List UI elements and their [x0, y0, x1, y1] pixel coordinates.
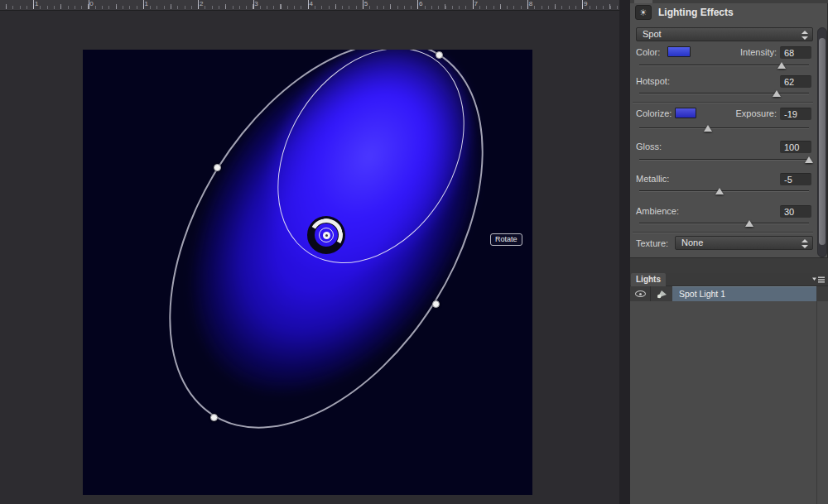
- panel-header: ☀ Lighting Effects: [630, 3, 828, 24]
- ambience-slider[interactable]: [639, 219, 809, 228]
- hotspot-slider-track: [639, 93, 809, 94]
- intensity-value-field[interactable]: 68: [780, 46, 811, 59]
- ruler-label: 8: [529, 0, 532, 7]
- eye-icon: [635, 290, 646, 297]
- light-handle[interactable]: [214, 164, 221, 171]
- ruler-label: 7: [474, 0, 477, 7]
- metallic-label: Metallic:: [636, 174, 669, 184]
- light-type-select[interactable]: Spot: [636, 27, 813, 41]
- exposure-value-field[interactable]: -19: [780, 108, 811, 120]
- visibility-toggle[interactable]: [630, 286, 651, 301]
- select-arrows-icon: [802, 31, 808, 40]
- metallic-slider-thumb[interactable]: [715, 188, 724, 194]
- texture-select[interactable]: None: [675, 236, 813, 250]
- intensity-slider-thumb[interactable]: [777, 62, 786, 69]
- texture-value: None: [681, 238, 703, 247]
- ruler-label: 2: [200, 0, 203, 7]
- rotate-tooltip-label: Rotate: [495, 235, 518, 243]
- panel-separator: [630, 257, 828, 273]
- ruler-label: 1: [35, 0, 38, 7]
- gloss-value-field[interactable]: 100: [780, 141, 811, 153]
- colorize-exposure-row: Colorize: Exposure: -19: [630, 108, 828, 121]
- spot-light-icon: [657, 289, 668, 299]
- rotate-tooltip: Rotate: [490, 233, 522, 246]
- light-handle[interactable]: [210, 414, 218, 421]
- ruler-label: 4: [310, 0, 313, 7]
- exposure-slider[interactable]: [639, 124, 809, 132]
- section-divider: [633, 102, 813, 103]
- ruler-label: 6: [419, 0, 422, 7]
- light-type-cell: [652, 286, 672, 301]
- ambience-label: Ambience:: [636, 206, 679, 216]
- colorize-swatch[interactable]: [675, 108, 696, 118]
- colorize-label: Colorize:: [636, 108, 672, 118]
- color-label: Color:: [636, 47, 660, 57]
- intensity-slider[interactable]: [639, 61, 809, 70]
- ambience-value-field[interactable]: 30: [780, 205, 811, 218]
- panel-scrollbar-thumb[interactable]: [819, 38, 826, 245]
- panel-scrollbar[interactable]: [817, 27, 827, 257]
- ruler-label: 0: [89, 0, 93, 7]
- light-list-item[interactable]: Spot Light 1: [630, 286, 828, 301]
- hotspot-value-field[interactable]: 62: [780, 75, 811, 88]
- intensity-label: Intensity:: [740, 47, 777, 57]
- texture-label: Texture:: [636, 238, 668, 248]
- section-divider: [633, 232, 813, 233]
- ambience-row: Ambience: 30: [630, 206, 828, 218]
- document-area: 10123456789 Rotate: [0, 0, 619, 504]
- exposure-slider-thumb[interactable]: [704, 125, 712, 132]
- hotspot-slider-thumb[interactable]: [773, 90, 781, 97]
- tab-lights[interactable]: Lights: [631, 273, 666, 286]
- color-swatch[interactable]: [667, 46, 691, 57]
- ruler-label: 1: [145, 0, 148, 7]
- photoshop-workspace: 10123456789 Rotate ☀ Light: [0, 0, 828, 504]
- hotspot-slider[interactable]: [639, 89, 809, 98]
- metallic-slider[interactable]: [639, 187, 809, 195]
- horizontal-ruler[interactable]: 10123456789: [0, 0, 619, 11]
- ruler-major-ticks: [0, 0, 633, 9]
- select-arrows-icon: [802, 239, 808, 248]
- panel-menu-icon: [812, 276, 826, 284]
- light-handle[interactable]: [436, 51, 443, 59]
- exposure-label: Exposure:: [735, 108, 777, 118]
- exposure-slider-track: [639, 127, 809, 129]
- gloss-slider[interactable]: [639, 156, 809, 164]
- metallic-slider-track: [639, 190, 809, 192]
- ambience-slider-thumb[interactable]: [745, 220, 753, 227]
- gloss-row: Gloss: 100: [630, 142, 828, 154]
- metallic-value-field[interactable]: -5: [780, 173, 811, 185]
- lights-panel-body: [630, 301, 828, 504]
- panel-edge-line: [816, 301, 817, 504]
- gloss-label: Gloss:: [636, 142, 662, 151]
- ruler-label: 3: [254, 0, 258, 7]
- canvas-image[interactable]: Rotate: [83, 50, 532, 495]
- hotspot-row: Hotspot: 62: [630, 76, 828, 89]
- lighting-effects-glyph: ☀: [639, 7, 647, 17]
- ambience-slider-track: [639, 223, 809, 224]
- color-intensity-row: Color: Intensity: 68: [630, 47, 828, 60]
- gloss-slider-track: [639, 159, 809, 161]
- panel-title: Lighting Effects: [658, 7, 734, 18]
- metallic-row: Metallic: -5: [630, 174, 828, 186]
- hotspot-label: Hotspot:: [636, 76, 670, 86]
- lighting-effects-properties-panel: ☀ Lighting Effects Spot Color: Intensity…: [630, 0, 828, 504]
- lights-panel-tabbar: Lights: [630, 273, 828, 286]
- ruler-label: 5: [364, 0, 368, 7]
- gloss-slider-thumb[interactable]: [805, 156, 813, 163]
- center-dot-handle[interactable]: [323, 232, 330, 239]
- window-gutter: [619, 0, 630, 504]
- light-type-value: Spot: [643, 29, 662, 39]
- lighting-effects-icon: ☀: [635, 5, 652, 20]
- light-name-selected[interactable]: Spot Light 1: [672, 286, 816, 301]
- light-handle[interactable]: [432, 300, 440, 308]
- ruler-label: 9: [584, 0, 587, 7]
- panel-menu-button[interactable]: [812, 276, 826, 284]
